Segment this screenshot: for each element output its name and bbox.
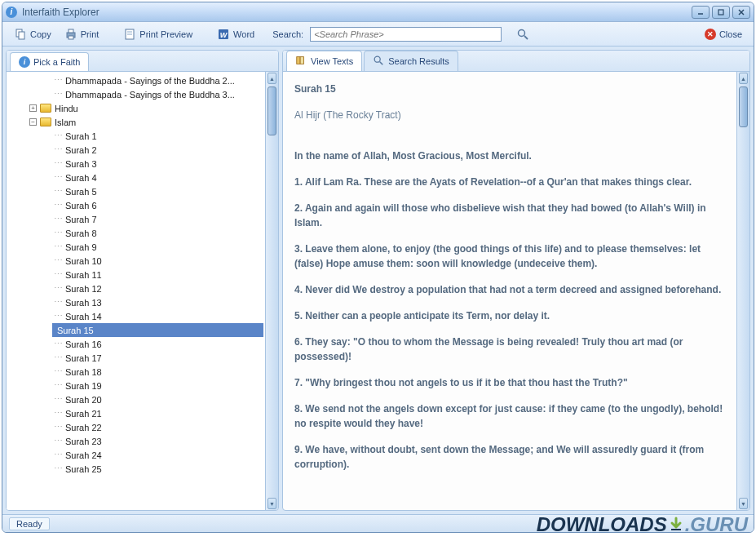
expander-icon[interactable]: + bbox=[29, 104, 37, 112]
verse: 5. Neither can a people anticipate its T… bbox=[294, 308, 725, 323]
tree-item-surah[interactable]: ⋯Surah 16 bbox=[7, 337, 265, 351]
expander-icon[interactable]: − bbox=[29, 118, 37, 126]
left-panel: i Pick a Faith ⋯Dhammapada - Sayings of … bbox=[6, 50, 279, 511]
preview-label: Print Preview bbox=[139, 29, 192, 39]
verse: 9. We have, without doubt, sent down the… bbox=[294, 442, 725, 472]
app-window: i Interfaith Explorer Copy Print Print P… bbox=[2, 2, 754, 533]
text-scrollbar[interactable]: ▲ ▼ bbox=[736, 72, 749, 510]
tree-item-surah[interactable]: ⋯Surah 12 bbox=[7, 282, 265, 295]
tree-item-surah[interactable]: ⋯Surah 7 bbox=[7, 212, 265, 226]
svg-rect-8 bbox=[69, 36, 73, 39]
faith-tree[interactable]: ⋯Dhammapada - Sayings of the Buddha 2...… bbox=[7, 72, 265, 510]
tab-search-results[interactable]: Search Results bbox=[364, 51, 458, 71]
tree-item[interactable]: ⋯Dhammapada - Sayings of the Buddha 3... bbox=[7, 87, 265, 101]
tree-item-surah[interactable]: ⋯Surah 17 bbox=[7, 351, 265, 365]
statusbar: Ready bbox=[2, 514, 754, 532]
verse: 7. "Why bringest thou not angels to us i… bbox=[294, 375, 725, 390]
surah-subtitle: Al Hijr (The Rocky Tract) bbox=[294, 108, 725, 122]
svg-rect-5 bbox=[19, 32, 24, 39]
verse: 3. Leave them alone, to enjoy (the good … bbox=[294, 242, 725, 271]
svg-point-14 bbox=[519, 29, 525, 36]
surah-intro: In the name of Allah, Most Gracious, Mos… bbox=[294, 149, 725, 163]
right-tabs: View Texts Search Results bbox=[283, 51, 749, 72]
tree-item-surah[interactable]: ⋯Surah 8 bbox=[7, 226, 265, 240]
search-go-button[interactable] bbox=[516, 28, 529, 41]
tree-folder-islam[interactable]: −Islam bbox=[7, 115, 265, 129]
left-tabs: i Pick a Faith bbox=[7, 51, 278, 72]
copy-label: Copy bbox=[30, 29, 51, 39]
tab-search-label: Search Results bbox=[388, 56, 449, 66]
tree-item-surah[interactable]: ⋯Surah 22 bbox=[7, 420, 265, 434]
tree-item-surah[interactable]: ⋯Surah 10 bbox=[7, 254, 265, 268]
word-button[interactable]: W Word bbox=[212, 25, 259, 43]
tree-item-surah[interactable]: ⋯Surah 9 bbox=[7, 240, 265, 254]
text-content: Surah 15Al Hijr (The Rocky Tract)In the … bbox=[283, 72, 736, 510]
search-label: Search: bbox=[272, 29, 303, 39]
titlebar: i Interfaith Explorer bbox=[2, 2, 754, 22]
tab-view-label: View Texts bbox=[311, 56, 353, 66]
word-label: Word bbox=[233, 29, 254, 39]
folder-icon bbox=[40, 118, 51, 126]
tree-item-surah[interactable]: ⋯Surah 19 bbox=[7, 379, 265, 392]
tree-item-surah[interactable]: ⋯Surah 1 bbox=[7, 129, 265, 143]
tab-view-texts[interactable]: View Texts bbox=[286, 51, 362, 71]
svg-rect-17 bbox=[300, 57, 303, 64]
tree-item[interactable]: ⋯Dhammapada - Sayings of the Buddha 2... bbox=[7, 73, 265, 87]
svg-rect-1 bbox=[718, 10, 723, 15]
tree-folder-hindu[interactable]: +Hindu bbox=[7, 101, 265, 115]
tree-item-surah[interactable]: ⋯Surah 11 bbox=[7, 268, 265, 282]
verse: 8. We send not the angels down except fo… bbox=[294, 401, 725, 431]
tree-scrollbar[interactable]: ▲ ▼ bbox=[265, 72, 278, 510]
scroll-thumb[interactable] bbox=[267, 86, 276, 135]
preview-icon bbox=[123, 28, 136, 41]
close-icon: ✕ bbox=[705, 29, 716, 40]
tree-item-surah[interactable]: Surah 15 bbox=[52, 323, 263, 337]
tree-item-surah[interactable]: ⋯Surah 5 bbox=[7, 184, 265, 198]
folder-icon bbox=[40, 104, 51, 113]
verse: 6. They say: "O thou to whom the Message… bbox=[294, 335, 725, 364]
tree-item-surah[interactable]: ⋯Surah 25 bbox=[7, 462, 265, 476]
svg-line-19 bbox=[380, 62, 383, 65]
tree-item-surah[interactable]: ⋯Surah 4 bbox=[7, 171, 265, 184]
print-icon bbox=[64, 28, 77, 41]
tree-item-surah[interactable]: ⋯Surah 23 bbox=[7, 434, 265, 448]
minimize-button[interactable] bbox=[692, 6, 710, 19]
verse: 4. Never did We destroy a population tha… bbox=[294, 282, 725, 297]
scroll-up-icon[interactable]: ▲ bbox=[267, 73, 276, 84]
surah-title: Surah 15 bbox=[294, 82, 725, 96]
scroll-thumb[interactable] bbox=[739, 86, 748, 127]
info-icon: i bbox=[19, 56, 30, 68]
print-preview-button[interactable]: Print Preview bbox=[118, 25, 197, 43]
print-label: Print bbox=[81, 29, 99, 39]
app-icon: i bbox=[6, 7, 17, 18]
tree-item-surah[interactable]: ⋯Surah 18 bbox=[7, 365, 265, 379]
search-icon bbox=[373, 55, 384, 68]
svg-rect-7 bbox=[69, 29, 73, 33]
copy-button[interactable]: Copy bbox=[9, 25, 56, 43]
svg-point-18 bbox=[374, 56, 380, 62]
tree-item-surah[interactable]: ⋯Surah 21 bbox=[7, 406, 265, 420]
word-icon: W bbox=[217, 28, 230, 41]
content-area: i Pick a Faith ⋯Dhammapada - Sayings of … bbox=[2, 47, 754, 514]
verse: 2. Again and again will those who disbel… bbox=[294, 201, 725, 230]
search-input[interactable] bbox=[310, 27, 502, 42]
scroll-down-icon[interactable]: ▼ bbox=[267, 498, 276, 509]
scroll-down-icon[interactable]: ▼ bbox=[739, 498, 748, 509]
tree-item-surah[interactable]: ⋯Surah 13 bbox=[7, 295, 265, 309]
window-title: Interfaith Explorer bbox=[22, 7, 692, 18]
scroll-up-icon[interactable]: ▲ bbox=[739, 73, 748, 84]
close-window-button[interactable] bbox=[732, 6, 750, 19]
toolbar: Copy Print Print Preview W Word Search: … bbox=[2, 22, 754, 47]
tree-item-surah[interactable]: ⋯Surah 14 bbox=[7, 309, 265, 323]
tree-item-surah[interactable]: ⋯Surah 20 bbox=[7, 392, 265, 406]
maximize-button[interactable] bbox=[712, 6, 730, 19]
tree-item-surah[interactable]: ⋯Surah 3 bbox=[7, 157, 265, 171]
close-button[interactable]: ✕ Close bbox=[700, 26, 747, 42]
tab-pick-faith[interactable]: i Pick a Faith bbox=[10, 52, 89, 71]
tree-item-surah[interactable]: ⋯Surah 24 bbox=[7, 448, 265, 462]
close-label: Close bbox=[719, 29, 742, 39]
svg-rect-16 bbox=[297, 57, 300, 64]
print-button[interactable]: Print bbox=[60, 25, 104, 43]
tree-item-surah[interactable]: ⋯Surah 6 bbox=[7, 198, 265, 212]
tree-item-surah[interactable]: ⋯Surah 2 bbox=[7, 143, 265, 157]
